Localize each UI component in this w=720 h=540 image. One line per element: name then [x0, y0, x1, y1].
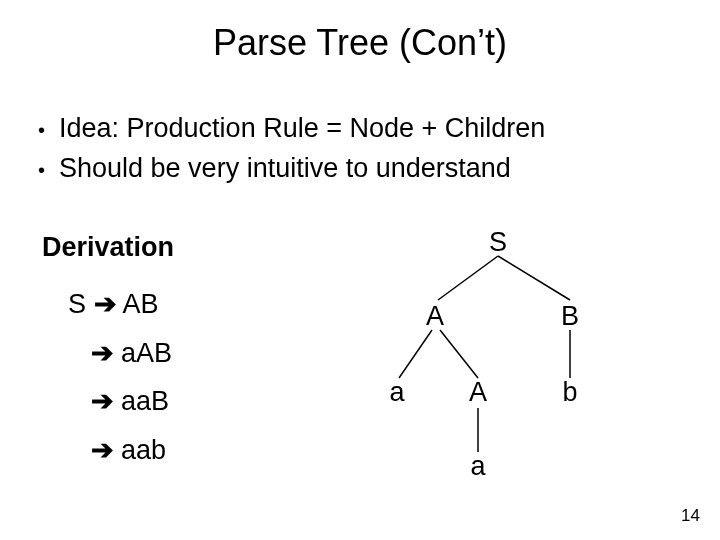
tree-node-b: b — [562, 377, 577, 408]
slide: Parse Tree (Con’t) •Idea: Production Rul… — [0, 0, 720, 540]
tree-node-B: B — [561, 301, 579, 332]
page-number: 14 — [681, 506, 700, 526]
tree-node-A: A — [426, 301, 444, 332]
svg-line-3 — [440, 330, 478, 378]
tree-node-a: a — [389, 377, 404, 408]
svg-line-1 — [498, 256, 570, 300]
svg-line-0 — [438, 256, 498, 300]
tree-node-S: S — [489, 227, 507, 258]
tree-edges — [0, 0, 720, 540]
svg-line-2 — [399, 330, 432, 378]
tree-node-a2: a — [470, 451, 485, 482]
tree-node-A2: A — [469, 377, 487, 408]
